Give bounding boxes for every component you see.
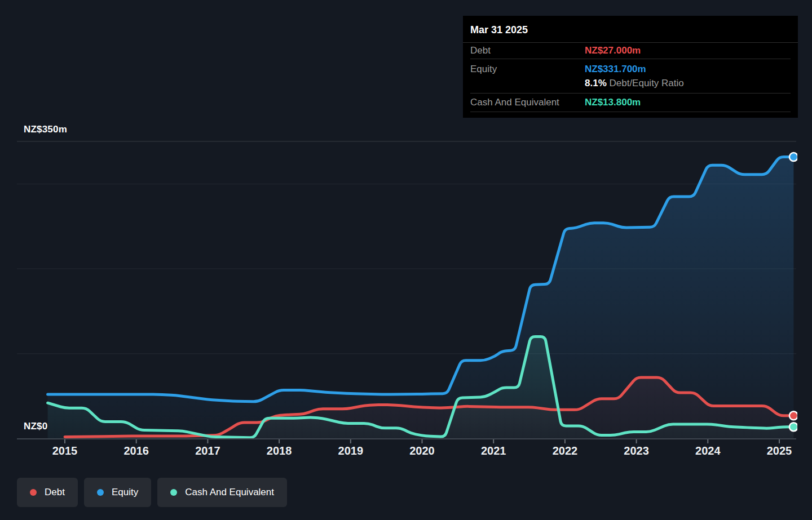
tooltip-ratio: 8.1% Debt/Equity Ratio: [585, 78, 684, 89]
tooltip-equity-value: NZ$331.700m: [585, 64, 646, 75]
debt-dot-icon: [30, 489, 37, 496]
x-tick-label-2018: 2018: [267, 445, 292, 457]
legend-debt-label: Debt: [45, 487, 65, 498]
x-tick-label-2019: 2019: [338, 445, 364, 457]
x-tick-label-2024: 2024: [695, 445, 721, 457]
x-tick-label-2025: 2025: [767, 445, 792, 457]
tooltip-debt-label: Debt: [470, 45, 585, 56]
tooltip-ratio-label: Debt/Equity Ratio: [607, 78, 684, 88]
legend: Debt Equity Cash And Equivalent: [17, 478, 287, 507]
tooltip-ratio-value: 8.1%: [585, 78, 607, 88]
cash-and-equivalent-endpoint-dot[interactable]: [789, 423, 798, 431]
equity-dot-icon: [97, 489, 104, 496]
x-tick-label-2017: 2017: [195, 445, 220, 457]
debt-endpoint-dot[interactable]: [789, 411, 798, 420]
tooltip-row-equity: Equity NZ$331.700m: [470, 59, 791, 77]
legend-item-equity[interactable]: Equity: [84, 478, 151, 507]
tooltip-row-cash: Cash And Equivalent NZ$13.800m: [470, 94, 791, 112]
debt-equity-history-chart: 2015201620172018201920202021202220232024…: [0, 0, 812, 520]
legend-item-cash[interactable]: Cash And Equivalent: [157, 478, 287, 507]
x-tick-label-2016: 2016: [123, 445, 149, 457]
tooltip-debt-value: NZ$27.000m: [585, 45, 641, 56]
tooltip-row-ratio: 8.1% Debt/Equity Ratio: [470, 77, 791, 94]
x-tick-label-2023: 2023: [624, 445, 649, 457]
equity-endpoint-dot[interactable]: [789, 153, 798, 161]
x-tick-label-2021: 2021: [481, 445, 506, 457]
x-tick-label-2020: 2020: [409, 445, 435, 457]
tooltip-date: Mar 31 2025: [463, 23, 798, 43]
tooltip-row-debt: Debt NZ$27.000m: [470, 43, 791, 59]
x-tick-label-2015: 2015: [52, 445, 78, 457]
y-axis-label-350m: NZ$350m: [24, 124, 67, 135]
tooltip-cash-value: NZ$13.800m: [585, 97, 641, 108]
y-axis-label-0: NZ$0: [24, 421, 47, 432]
tooltip-equity-label: Equity: [470, 64, 585, 75]
legend-equity-label: Equity: [112, 487, 138, 498]
x-tick-label-2022: 2022: [553, 445, 578, 457]
cash-dot-icon: [170, 489, 177, 496]
legend-item-debt[interactable]: Debt: [17, 478, 78, 507]
chart-tooltip: Mar 31 2025 Debt NZ$27.000m Equity NZ$33…: [463, 16, 798, 118]
legend-cash-label: Cash And Equivalent: [185, 487, 274, 498]
tooltip-cash-label: Cash And Equivalent: [470, 97, 585, 108]
